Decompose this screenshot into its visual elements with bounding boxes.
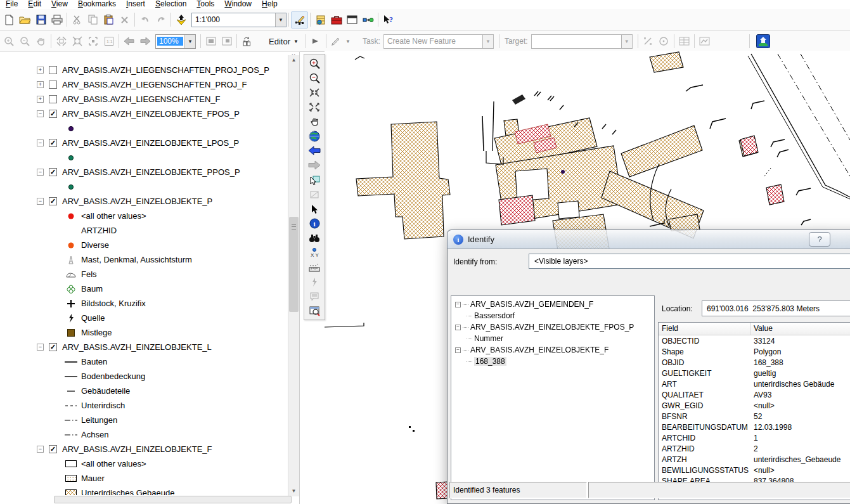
new-document-button[interactable] [1,12,17,28]
edit-tool-button[interactable] [308,34,324,49]
identify-dialog-titlebar[interactable]: i Identify ? [447,229,850,249]
attributes-button-disabled[interactable] [676,34,692,49]
tree-feature-label[interactable]: Nummer [474,334,503,343]
zoom-one-to-one-button[interactable]: 1:1 [101,34,117,49]
table-row[interactable]: OBJID168_388 [659,357,850,368]
measure-tool[interactable] [306,260,323,275]
table-row[interactable]: ShapePolygon [659,346,850,357]
legend-row[interactable]: Achsen [0,427,285,442]
collapse-icon[interactable]: − [37,110,44,117]
menu-insert[interactable]: Insert [121,0,150,9]
tree-feature-row[interactable]: Bassersdorf [453,310,653,321]
sketch-tool-dropdown[interactable]: ▼ [328,34,352,49]
legend-row[interactable]: Bildstock, Kruzifix [0,296,285,311]
zoom-percent-combo[interactable]: 100% ▼ [155,34,196,49]
rotate-tool-button-disabled[interactable] [656,34,672,49]
zoom-in-tool[interactable] [306,56,323,70]
location-value-box[interactable]: 691'003.016 253'875.803 Meters [702,300,850,316]
tree-layer-row[interactable]: − ARV_BASIS.AVZH_EINZELOBJEKTE_FPOS_P [453,321,653,333]
collapse-icon[interactable]: − [37,198,44,205]
legend-row[interactable]: Quelle [0,311,285,325]
paste-button[interactable] [101,12,117,28]
attribute-table-header[interactable]: Field Value [659,323,850,335]
tree-feature-label[interactable]: Bassersdorf [474,311,515,320]
expand-icon[interactable]: + [37,67,44,74]
tree-feature-row[interactable]: Nummer [453,333,653,344]
html-popup-tool-disabled[interactable] [306,289,323,304]
table-row[interactable]: QUALITAETAV93 [659,389,850,400]
zoom-fixed-out-button[interactable] [69,34,85,49]
menu-bookmarks[interactable]: Bookmarks [73,0,121,9]
collapse-icon[interactable]: − [37,446,44,453]
toggle-draft-mode-button[interactable] [203,34,219,49]
forward-extent-tool-disabled[interactable] [306,158,323,172]
tree-layer-row[interactable]: − ARV_BASIS.AVZH_GEMEINDEN_F [453,299,653,310]
layer-checkbox[interactable] [49,66,57,74]
map-scale-combo[interactable]: 1:1'000 ▼ [191,13,287,27]
layer-checkbox[interactable]: ✓ [49,343,57,351]
zoom-extent-button[interactable] [53,34,69,49]
column-header-value[interactable]: Value [750,323,850,335]
layer-row[interactable]: − ✓ ARV_BASIS.AVZH_EINZELOBJEKTE_PPOS_P [0,165,285,179]
menu-help[interactable]: Help [257,0,283,9]
layer-label[interactable]: ARV_BASIS.AVZH_EINZELOBJEKTE_L [62,342,212,352]
identify-tool-active[interactable]: i [306,216,323,231]
save-button[interactable] [33,12,49,28]
tree-feature-row-selected[interactable]: 168_388 [453,356,653,367]
chevron-down-icon[interactable]: ▼ [275,13,286,27]
layer-checkbox[interactable] [49,95,57,103]
zoom-selected-button[interactable] [85,34,101,49]
toc-scrollbar[interactable]: ▲ ▼ [288,55,299,496]
layer-row[interactable]: − ✓ ARV_BASIS.AVZH_EINZELOBJEKTE_P [0,194,285,209]
open-button[interactable] [17,12,33,28]
scroll-up-icon[interactable]: ▲ [288,55,299,65]
column-header-field[interactable]: Field [659,323,750,335]
legend-row[interactable]: <all other values> [0,209,285,223]
select-elements-tool[interactable] [306,202,323,216]
table-row[interactable]: ARTZHID2 [659,443,850,454]
modelbuilder-button[interactable] [360,12,376,28]
layer-label[interactable]: ARV_BASIS.AVZH_EINZELOBJEKTE_LPOS_P [62,138,239,148]
layer-row[interactable]: − ✓ ARV_BASIS.AVZH_EINZELOBJEKTE_LPOS_P [0,136,285,150]
layer-row[interactable]: − ✓ ARV_BASIS.AVZH_EINZELOBJEKTE_L [0,340,285,354]
command-window-button[interactable] [344,12,360,28]
pan-tool[interactable] [306,114,323,129]
chevron-down-icon[interactable]: ▼ [184,35,195,48]
tree-layer-label[interactable]: ARV_BASIS.AVZH_EINZELOBJEKTE_F [470,346,609,354]
menu-tools[interactable]: Tools [191,0,219,9]
legend-row[interactable]: Unterirdisch [0,398,285,413]
table-row[interactable]: ARTunterirdisches Gebäude [659,378,850,389]
layer-label[interactable]: ARV_BASIS.AVZH_EINZELOBJEKTE_P [62,197,212,206]
tree-layer-label[interactable]: ARV_BASIS.AVZH_GEMEINDEN_F [470,300,593,309]
scroll-down-icon[interactable]: ▼ [288,486,299,496]
menu-file[interactable]: File [1,0,23,9]
editor-sketch-tool-button[interactable] [291,11,308,29]
legend-row[interactable]: Mauer [0,471,285,486]
split-tool-button-disabled[interactable] [640,34,656,49]
layer-row[interactable]: + ARV_BASIS.AVZH_LIEGENSCHAFTEN_F [0,92,285,107]
arctoolbox-button[interactable] [328,12,344,28]
collapse-icon[interactable]: − [455,325,461,330]
sketch-properties-button-disabled[interactable] [697,34,712,49]
layer-label[interactable]: ARV_BASIS.AVZH_EINZELOBJEKTE_FPOS_P [62,109,240,119]
layer-row[interactable]: + ARV_BASIS.AVZH_LIEGENSCHAFTEN_PROJ_POS… [0,63,285,77]
layer-checkbox[interactable]: ✓ [49,445,57,453]
layer-checkbox[interactable]: ✓ [49,168,57,176]
zoom-in-button-disabled[interactable] [1,34,17,49]
layer-row[interactable]: + ARV_BASIS.AVZH_LIEGENSCHAFTEN_PROJ_F [0,77,285,92]
table-row[interactable]: BFSNR52 [659,411,850,422]
table-row[interactable]: ARTZHunterirdisches_Gebaeude [659,454,850,465]
tree-feature-label[interactable]: 168_388 [474,357,506,366]
toggle-frame-button[interactable] [219,34,235,49]
add-data-button[interactable] [173,12,189,28]
table-row[interactable]: ARTCHID1 [659,432,850,443]
table-row[interactable]: OBJECTID33124 [659,335,850,346]
dialog-help-button[interactable]: ? [809,232,830,247]
fixed-zoom-out-tool[interactable] [306,100,323,114]
clear-selection-tool-disabled[interactable] [306,187,323,202]
table-row[interactable]: GWR_EGID<null> [659,400,850,411]
table-row[interactable]: BEWILLIGUNGSSTATUS<null> [659,465,850,475]
legend-row[interactable]: Baum [0,281,285,296]
expand-icon[interactable]: + [37,81,44,88]
find-tool[interactable] [306,231,323,245]
